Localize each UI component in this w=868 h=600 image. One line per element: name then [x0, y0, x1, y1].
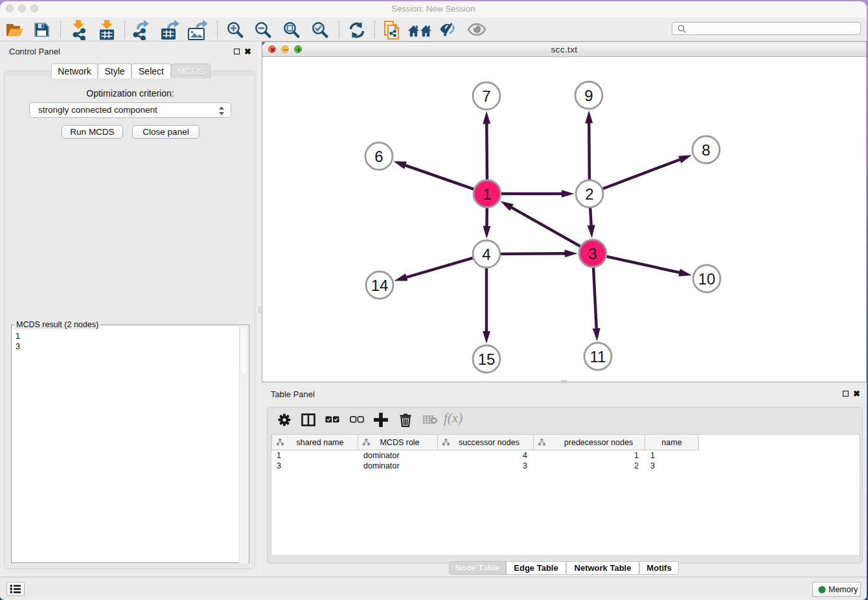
svg-text:7: 7 [482, 87, 490, 105]
svg-text:shared name: shared name [297, 438, 344, 447]
svg-text:2: 2 [585, 185, 593, 203]
svg-text:3: 3 [588, 245, 597, 262]
svg-text:name: name [661, 438, 681, 447]
svg-text:11: 11 [590, 348, 606, 365]
svg-text:predecessor nodes: predecessor nodes [564, 438, 633, 447]
svg-text:4: 4 [482, 246, 490, 263]
svg-text:9: 9 [584, 87, 593, 104]
svg-text:10: 10 [698, 270, 716, 288]
svg-text:14: 14 [371, 277, 389, 294]
svg-text:1: 1 [483, 185, 491, 203]
svg-text:MCDS role: MCDS role [380, 438, 419, 447]
svg-text:6: 6 [374, 148, 383, 165]
svg-text:15: 15 [478, 351, 496, 368]
svg-text:successor nodes: successor nodes [459, 438, 520, 447]
svg-text:8: 8 [702, 141, 710, 159]
